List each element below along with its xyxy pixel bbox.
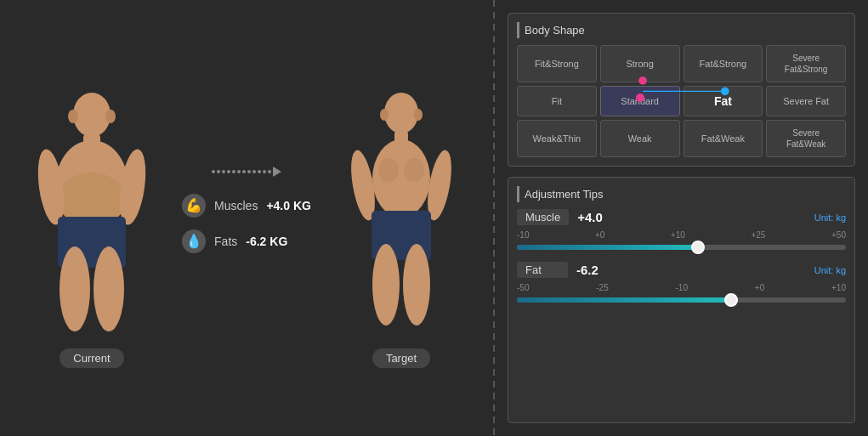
- fat-label: Fats: [214, 235, 237, 248]
- svg-point-11: [384, 93, 418, 133]
- dot-7: [242, 170, 246, 173]
- fat-slider-labels: -50 -25 -10 +0 +10: [517, 283, 846, 292]
- fat-slider-section: Fat -6.2 Unit: kg -50 -25 -10 +0 +10: [517, 262, 846, 303]
- adjustment-tips-section: Adjustment Tips Muscle +4.0 Unit: kg -10…: [508, 177, 855, 423]
- shape-fit-strong[interactable]: Fit&Strong: [517, 45, 597, 82]
- dot-11: [263, 170, 266, 173]
- svg-point-7: [60, 246, 90, 331]
- body-shape-grid: Fit&Strong Strong Fat&Strong SevereFat&S…: [517, 45, 846, 157]
- svg-point-19: [372, 244, 400, 326]
- muscle-slider-unit: Unit: kg: [814, 212, 846, 223]
- fat-label-3: +0: [755, 283, 764, 292]
- body-shape-title: Body Shape: [517, 22, 846, 38]
- svg-point-15: [404, 158, 424, 182]
- shape-standard[interactable]: Standard: [600, 86, 680, 116]
- svg-point-8: [94, 246, 124, 331]
- muscle-icon: 💪: [182, 194, 206, 218]
- fat-label-2: -10: [676, 283, 688, 292]
- shape-weak[interactable]: Weak: [600, 120, 680, 157]
- svg-point-20: [403, 244, 430, 326]
- arrow-area: 💪 Muscles +4.0 KG 💧 Fats -6.2 KG: [182, 167, 311, 287]
- target-model-container: Target: [342, 85, 461, 368]
- muscle-slider-thumb[interactable]: [691, 241, 705, 254]
- muscle-stat: 💪 Muscles +4.0 KG: [182, 194, 311, 218]
- muscle-slider-track[interactable]: [517, 245, 846, 250]
- main-container: Current: [0, 0, 868, 436]
- shape-fat[interactable]: Fat: [684, 86, 763, 116]
- adjustment-tips-title: Adjustment Tips: [517, 186, 846, 202]
- muscle-slider-value: +4.0: [577, 210, 603, 224]
- svg-point-9: [68, 110, 78, 123]
- left-panel: Current: [0, 0, 493, 436]
- dot-3: [222, 170, 225, 173]
- models-row: Current: [0, 17, 493, 436]
- muscle-label-2: +10: [671, 230, 685, 240]
- shape-fit[interactable]: Fit: [517, 86, 597, 116]
- shape-severe-fat-strong[interactable]: SevereFat&Strong: [766, 45, 846, 82]
- dot-12: [268, 170, 271, 173]
- muscle-label-1: +0: [595, 230, 604, 240]
- fat-label-4: +10: [831, 283, 846, 292]
- svg-point-14: [378, 158, 399, 182]
- shape-severe-fat[interactable]: Severe Fat: [766, 86, 846, 116]
- shape-fat-strong[interactable]: Fat&Strong: [684, 45, 763, 82]
- fat-value: -6.2 KG: [246, 235, 287, 248]
- arrow-head: [273, 167, 281, 177]
- fat-slider-value: -6.2: [576, 263, 599, 277]
- dot-6: [237, 170, 241, 173]
- muscle-value: +4.0 KG: [266, 199, 311, 212]
- muscle-slider-fill: [517, 245, 698, 250]
- target-body-figure: [342, 85, 461, 340]
- stats-box: 💪 Muscles +4.0 KG 💧 Fats -6.2 KG: [182, 194, 311, 253]
- svg-point-21: [380, 109, 389, 121]
- svg-point-0: [73, 93, 111, 137]
- fat-slider-header: Fat -6.2 Unit: kg: [517, 262, 846, 278]
- muscle-label-3: +25: [751, 230, 765, 240]
- dot-2: [217, 170, 220, 173]
- fat-icon: 💧: [182, 229, 206, 253]
- muscle-label-4: +50: [831, 230, 846, 240]
- muscle-label-0: -10: [517, 230, 529, 240]
- target-label: Target: [372, 348, 430, 368]
- shape-fat-weak[interactable]: Fat&Weak: [684, 120, 763, 157]
- shape-strong[interactable]: Strong: [600, 45, 680, 82]
- fat-slider-unit: Unit: kg: [814, 265, 846, 275]
- shape-severe-fat-weak[interactable]: SevereFat&Weak: [766, 120, 846, 157]
- dot-9: [252, 170, 256, 173]
- dotted-arrow: [212, 167, 281, 177]
- fat-slider-fill: [517, 297, 731, 303]
- dot-10: [258, 170, 261, 173]
- current-model-container: Current: [32, 85, 151, 368]
- fat-label-1: -25: [596, 283, 608, 292]
- fat-slider-label: Fat: [517, 262, 568, 278]
- body-shape-wrapper: Fit&Strong Strong Fat&Strong SevereFat&S…: [517, 45, 846, 157]
- current-body-figure: [32, 85, 151, 340]
- fat-slider-track[interactable]: [517, 297, 846, 303]
- muscle-slider-labels: -10 +0 +10 +25 +50: [517, 230, 846, 240]
- fat-slider-thumb[interactable]: [724, 293, 738, 307]
- shape-weak-thin[interactable]: Weak&Thin: [517, 120, 597, 157]
- dot-1: [212, 170, 215, 173]
- muscle-slider-header: Muscle +4.0 Unit: kg: [517, 209, 846, 225]
- dot-4: [227, 170, 230, 173]
- svg-point-10: [105, 110, 116, 123]
- right-panel: Body Shape Fit&Strong Strong Fat&Strong …: [495, 0, 868, 436]
- fat-stat: 💧 Fats -6.2 KG: [182, 229, 311, 253]
- dot-5: [232, 170, 235, 173]
- body-shape-section: Body Shape Fit&Strong Strong Fat&Strong …: [508, 13, 855, 167]
- muscle-label: Muscles: [214, 199, 258, 212]
- muscle-slider-section: Muscle +4.0 Unit: kg -10 +0 +10 +25 +50: [517, 209, 846, 250]
- current-label: Current: [60, 348, 123, 368]
- svg-point-13: [372, 139, 430, 218]
- svg-point-22: [414, 109, 423, 121]
- muscle-slider-label: Muscle: [517, 209, 569, 225]
- dot-8: [247, 170, 251, 173]
- fat-label-0: -50: [517, 283, 529, 292]
